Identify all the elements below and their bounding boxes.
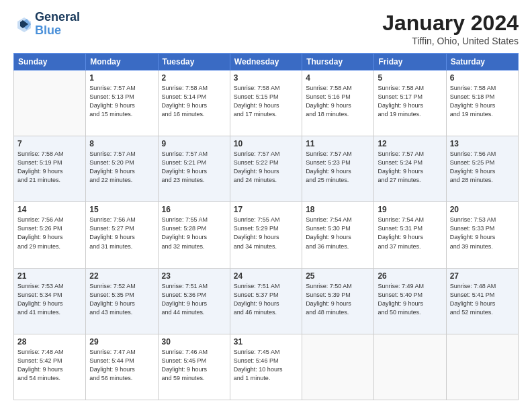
calendar-week-row: 28Sunrise: 7:48 AMSunset: 5:42 PMDayligh…: [14, 334, 519, 400]
day-number: 10: [234, 139, 298, 148]
calendar-header-row: SundayMondayTuesdayWednesdayThursdayFrid…: [14, 54, 519, 71]
calendar-week-row: 1Sunrise: 7:57 AMSunset: 5:13 PMDaylight…: [14, 71, 519, 136]
cell-content: Sunrise: 7:58 AMSunset: 5:17 PMDaylight:…: [378, 84, 442, 119]
day-number: 14: [17, 205, 82, 214]
calendar-cell: [14, 71, 86, 136]
cell-content: Sunrise: 7:46 AMSunset: 5:45 PMDaylight:…: [162, 348, 226, 383]
calendar-cell: 19Sunrise: 7:54 AMSunset: 5:31 PMDayligh…: [374, 202, 446, 268]
cell-content: Sunrise: 7:56 AMSunset: 5:26 PMDaylight:…: [17, 216, 82, 250]
day-number: 22: [89, 271, 154, 281]
cell-content: Sunrise: 7:53 AMSunset: 5:34 PMDaylight:…: [17, 282, 82, 317]
calendar-cell: 8Sunrise: 7:57 AMSunset: 5:20 PMDaylight…: [86, 136, 158, 202]
calendar-table: SundayMondayTuesdayWednesdayThursdayFrid…: [13, 53, 519, 400]
day-number: 19: [378, 205, 442, 214]
calendar-cell: 14Sunrise: 7:56 AMSunset: 5:26 PMDayligh…: [14, 202, 86, 268]
calendar-header-wednesday: Wednesday: [230, 54, 302, 71]
calendar-week-row: 14Sunrise: 7:56 AMSunset: 5:26 PMDayligh…: [14, 202, 519, 268]
cell-content: Sunrise: 7:57 AMSunset: 5:21 PMDaylight:…: [162, 150, 226, 185]
calendar-cell: 9Sunrise: 7:57 AMSunset: 5:21 PMDaylight…: [158, 136, 230, 202]
cell-content: Sunrise: 7:58 AMSunset: 5:14 PMDaylight:…: [162, 84, 226, 119]
calendar-cell: 17Sunrise: 7:55 AMSunset: 5:29 PMDayligh…: [230, 202, 302, 268]
cell-content: Sunrise: 7:54 AMSunset: 5:31 PMDaylight:…: [378, 216, 442, 250]
page: General Blue January 2024 Tiffin, Ohio, …: [0, 0, 532, 411]
header: General Blue January 2024 Tiffin, Ohio, …: [13, 11, 519, 46]
calendar-cell: [446, 334, 518, 400]
logo-line2: Blue: [35, 24, 80, 38]
day-number: 30: [162, 337, 226, 347]
day-number: 13: [450, 139, 515, 148]
day-number: 29: [89, 337, 154, 347]
cell-content: Sunrise: 7:50 AMSunset: 5:39 PMDaylight:…: [306, 282, 370, 317]
calendar-cell: 31Sunrise: 7:45 AMSunset: 5:46 PMDayligh…: [230, 334, 302, 400]
calendar-week-row: 7Sunrise: 7:58 AMSunset: 5:19 PMDaylight…: [14, 136, 519, 202]
cell-content: Sunrise: 7:57 AMSunset: 5:23 PMDaylight:…: [306, 150, 370, 185]
cell-content: Sunrise: 7:51 AMSunset: 5:36 PMDaylight:…: [162, 282, 226, 317]
month-title: January 2024: [382, 11, 519, 36]
title-section: January 2024 Tiffin, Ohio, United States: [382, 11, 519, 46]
calendar-cell: 20Sunrise: 7:53 AMSunset: 5:33 PMDayligh…: [446, 202, 518, 268]
calendar-cell: 7Sunrise: 7:58 AMSunset: 5:19 PMDaylight…: [14, 136, 86, 202]
calendar-cell: 2Sunrise: 7:58 AMSunset: 5:14 PMDaylight…: [158, 71, 230, 136]
cell-content: Sunrise: 7:51 AMSunset: 5:37 PMDaylight:…: [234, 282, 298, 317]
day-number: 18: [306, 205, 370, 214]
day-number: 5: [378, 73, 442, 83]
cell-content: Sunrise: 7:48 AMSunset: 5:41 PMDaylight:…: [450, 282, 515, 317]
calendar-cell: 3Sunrise: 7:58 AMSunset: 5:15 PMDaylight…: [230, 71, 302, 136]
day-number: 1: [89, 73, 154, 83]
day-number: 8: [89, 139, 154, 148]
calendar-cell: 18Sunrise: 7:54 AMSunset: 5:30 PMDayligh…: [302, 202, 374, 268]
day-number: 2: [162, 73, 226, 83]
day-number: 12: [378, 139, 442, 148]
cell-content: Sunrise: 7:58 AMSunset: 5:15 PMDaylight:…: [234, 84, 298, 119]
cell-content: Sunrise: 7:47 AMSunset: 5:44 PMDaylight:…: [89, 348, 154, 383]
day-number: 9: [162, 139, 226, 148]
day-number: 20: [450, 205, 515, 214]
cell-content: Sunrise: 7:45 AMSunset: 5:46 PMDaylight:…: [234, 348, 298, 383]
cell-content: Sunrise: 7:48 AMSunset: 5:42 PMDaylight:…: [17, 348, 82, 383]
calendar-cell: 10Sunrise: 7:57 AMSunset: 5:22 PMDayligh…: [230, 136, 302, 202]
calendar-cell: 6Sunrise: 7:58 AMSunset: 5:18 PMDaylight…: [446, 71, 518, 136]
day-number: 11: [306, 139, 370, 148]
calendar-cell: 21Sunrise: 7:53 AMSunset: 5:34 PMDayligh…: [14, 268, 86, 334]
calendar-header-saturday: Saturday: [446, 54, 518, 71]
calendar-cell: 28Sunrise: 7:48 AMSunset: 5:42 PMDayligh…: [14, 334, 86, 400]
calendar-cell: 15Sunrise: 7:56 AMSunset: 5:27 PMDayligh…: [86, 202, 158, 268]
calendar-cell: 23Sunrise: 7:51 AMSunset: 5:36 PMDayligh…: [158, 268, 230, 334]
calendar-cell: 25Sunrise: 7:50 AMSunset: 5:39 PMDayligh…: [302, 268, 374, 334]
cell-content: Sunrise: 7:58 AMSunset: 5:19 PMDaylight:…: [17, 150, 82, 185]
cell-content: Sunrise: 7:57 AMSunset: 5:24 PMDaylight:…: [378, 150, 442, 185]
day-number: 25: [306, 271, 370, 281]
calendar-cell: 24Sunrise: 7:51 AMSunset: 5:37 PMDayligh…: [230, 268, 302, 334]
calendar-cell: 1Sunrise: 7:57 AMSunset: 5:13 PMDaylight…: [86, 71, 158, 136]
calendar-header-friday: Friday: [374, 54, 446, 71]
cell-content: Sunrise: 7:58 AMSunset: 5:16 PMDaylight:…: [306, 84, 370, 119]
cell-content: Sunrise: 7:54 AMSunset: 5:30 PMDaylight:…: [306, 216, 370, 250]
calendar-header-tuesday: Tuesday: [158, 54, 230, 71]
cell-content: Sunrise: 7:53 AMSunset: 5:33 PMDaylight:…: [450, 216, 515, 250]
day-number: 3: [234, 73, 298, 83]
calendar-header-monday: Monday: [86, 54, 158, 71]
calendar-cell: 27Sunrise: 7:48 AMSunset: 5:41 PMDayligh…: [446, 268, 518, 334]
calendar-cell: 30Sunrise: 7:46 AMSunset: 5:45 PMDayligh…: [158, 334, 230, 400]
calendar-cell: 16Sunrise: 7:55 AMSunset: 5:28 PMDayligh…: [158, 202, 230, 268]
day-number: 26: [378, 271, 442, 281]
calendar-cell: 13Sunrise: 7:56 AMSunset: 5:25 PMDayligh…: [446, 136, 518, 202]
day-number: 28: [17, 337, 82, 347]
day-number: 4: [306, 73, 370, 83]
cell-content: Sunrise: 7:57 AMSunset: 5:13 PMDaylight:…: [89, 84, 154, 119]
day-number: 21: [17, 271, 82, 281]
calendar-week-row: 21Sunrise: 7:53 AMSunset: 5:34 PMDayligh…: [14, 268, 519, 334]
calendar-header-sunday: Sunday: [14, 54, 86, 71]
day-number: 23: [162, 271, 226, 281]
cell-content: Sunrise: 7:57 AMSunset: 5:22 PMDaylight:…: [234, 150, 298, 185]
day-number: 16: [162, 205, 226, 214]
cell-content: Sunrise: 7:58 AMSunset: 5:18 PMDaylight:…: [450, 84, 515, 119]
cell-content: Sunrise: 7:56 AMSunset: 5:27 PMDaylight:…: [89, 216, 154, 250]
calendar-cell: 5Sunrise: 7:58 AMSunset: 5:17 PMDaylight…: [374, 71, 446, 136]
day-number: 17: [234, 205, 298, 214]
day-number: 15: [89, 205, 154, 214]
logo: General Blue: [13, 11, 80, 38]
calendar-cell: 29Sunrise: 7:47 AMSunset: 5:44 PMDayligh…: [86, 334, 158, 400]
cell-content: Sunrise: 7:56 AMSunset: 5:25 PMDaylight:…: [450, 150, 515, 185]
calendar-cell: [302, 334, 374, 400]
